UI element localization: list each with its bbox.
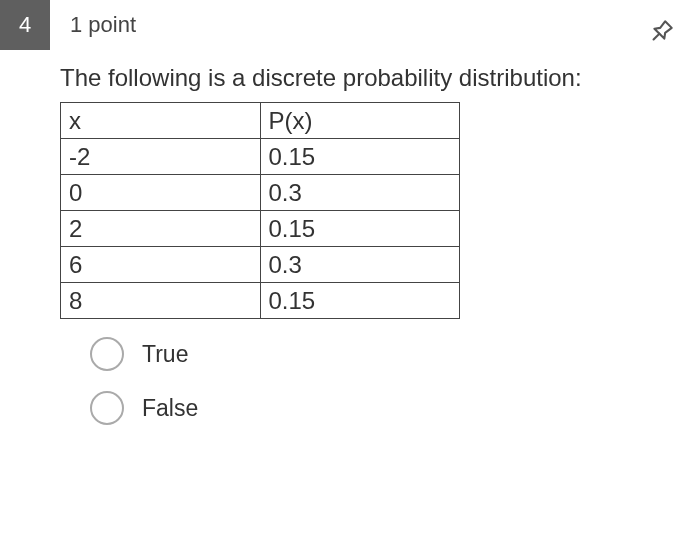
table-cell: 0.15 xyxy=(260,211,460,247)
option-label: True xyxy=(142,341,188,368)
table-cell: 6 xyxy=(61,247,261,283)
radio-icon[interactable] xyxy=(90,337,124,371)
table-row: -2 0.15 xyxy=(61,139,460,175)
points-label: 1 point xyxy=(70,12,136,38)
table-header-x: x xyxy=(61,103,261,139)
table-row: 8 0.15 xyxy=(61,283,460,319)
table-header-px: P(x) xyxy=(260,103,460,139)
table-cell: 0.15 xyxy=(260,139,460,175)
probability-table: x P(x) -2 0.15 0 0.3 2 0.15 6 0.3 8 0.15 xyxy=(60,102,460,319)
option-false[interactable]: False xyxy=(90,391,670,425)
question-body: The following is a discrete probability … xyxy=(0,50,700,425)
question-number: 4 xyxy=(0,0,50,50)
radio-icon[interactable] xyxy=(90,391,124,425)
question-header: 4 1 point xyxy=(0,0,700,50)
table-row: x P(x) xyxy=(61,103,460,139)
option-true[interactable]: True xyxy=(90,337,670,371)
table-cell: 0.15 xyxy=(260,283,460,319)
answer-options: True False xyxy=(60,337,670,425)
pin-icon[interactable] xyxy=(647,18,675,46)
table-cell: 0.3 xyxy=(260,175,460,211)
table-cell: 8 xyxy=(61,283,261,319)
table-row: 2 0.15 xyxy=(61,211,460,247)
table-cell: -2 xyxy=(61,139,261,175)
question-prompt: The following is a discrete probability … xyxy=(60,62,670,94)
table-cell: 0.3 xyxy=(260,247,460,283)
svg-line-0 xyxy=(654,34,660,40)
table-cell: 2 xyxy=(61,211,261,247)
table-row: 0 0.3 xyxy=(61,175,460,211)
table-cell: 0 xyxy=(61,175,261,211)
table-row: 6 0.3 xyxy=(61,247,460,283)
option-label: False xyxy=(142,395,198,422)
